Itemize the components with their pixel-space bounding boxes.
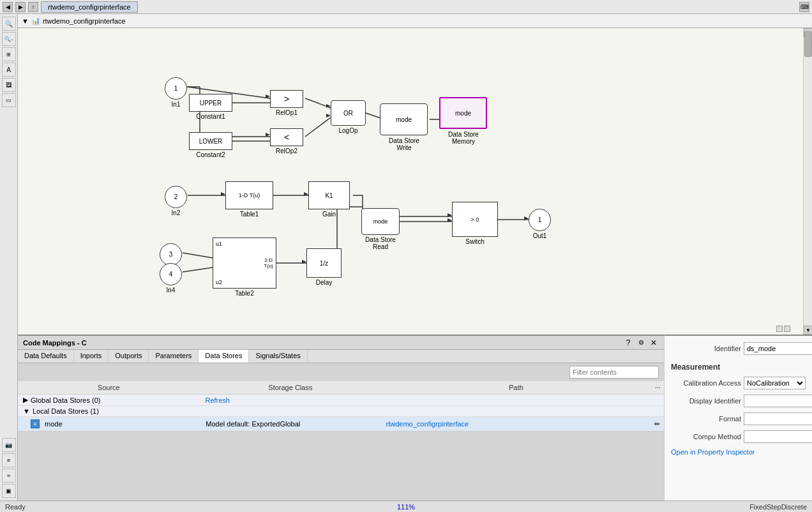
- fit-button[interactable]: ⊞: [2, 47, 16, 61]
- col-source: Source: [18, 382, 200, 393]
- block-constant1[interactable]: UPPER Constant1: [189, 94, 232, 112]
- block-out1[interactable]: 1 Out1: [529, 209, 551, 231]
- group-local: ▼ Local Data Stores (1): [18, 406, 664, 417]
- group-local-label: Local Data Stores (1): [33, 407, 99, 415]
- tab-data-defaults[interactable]: Data Defaults: [18, 350, 74, 363]
- compu-method-input[interactable]: [744, 430, 812, 443]
- svg-line-18: [183, 267, 213, 272]
- cell-source: mode: [42, 418, 203, 430]
- block-relop1[interactable]: > RelOp1: [270, 90, 303, 108]
- filter-bar: [18, 363, 664, 381]
- calibration-access-select[interactable]: NoCalibration ReadOnly ReadWrite: [744, 377, 806, 389]
- edit-icon[interactable]: ✏: [651, 420, 664, 428]
- status-solver: FixedStepDiscrete: [438, 503, 807, 511]
- help-button[interactable]: ?: [623, 338, 633, 348]
- canvas-header: ▼ 📊 rtwdemo_configrpinterface: [18, 14, 812, 28]
- image-button[interactable]: 🖼: [2, 78, 16, 92]
- filter-input[interactable]: [569, 366, 659, 379]
- canvas-header-dropdown[interactable]: ▼: [22, 17, 29, 25]
- table-header: Source Storage Class Path ...: [18, 381, 664, 395]
- tab-data-stores[interactable]: Data Stores: [199, 350, 249, 363]
- cell-storage-class: Model default: ExportedGlobal: [203, 418, 383, 430]
- title-bar: ◀ ▶ ↑ rtwdemo_configrpinterface ⌨: [0, 0, 812, 14]
- title-tab[interactable]: rtwdemo_configrpinterface: [41, 1, 138, 13]
- open-property-inspector-link[interactable]: Open in Property Inspector: [671, 448, 806, 456]
- canvas-header-icon: 📊: [31, 17, 40, 25]
- expand-local-icon[interactable]: ▼: [23, 407, 30, 415]
- block-switch[interactable]: > 0 Switch: [452, 202, 498, 237]
- rect-button[interactable]: ▭: [2, 93, 16, 107]
- block-table2[interactable]: u1 u2 2-DT(u) Table2: [213, 237, 276, 289]
- camera-button[interactable]: 📷: [2, 438, 16, 452]
- svg-marker-30: [524, 216, 529, 220]
- format-input[interactable]: [744, 412, 812, 425]
- svg-marker-23: [266, 133, 270, 137]
- block-relop2[interactable]: < RelOp2: [270, 128, 303, 146]
- group-global: ▶ Global Data Stores (0) Refresh: [18, 395, 664, 406]
- close-button[interactable]: ✕: [649, 338, 659, 348]
- col-storage-class: Storage Class: [200, 382, 382, 393]
- svg-line-17: [183, 253, 213, 258]
- block-datastore-read[interactable]: mode Data StoreRead: [361, 208, 400, 235]
- table-row[interactable]: ≡ mode Model default: ExportedGlobal rtw…: [18, 417, 664, 432]
- compu-method-field: Compu Method: [671, 430, 806, 443]
- tab-parameters[interactable]: Parameters: [149, 350, 199, 363]
- svg-marker-24: [326, 104, 331, 108]
- identifier-label: Identifier: [671, 345, 741, 352]
- svg-marker-33: [302, 260, 306, 264]
- block-datastore-memory[interactable]: mode Data StoreMemory: [439, 97, 487, 129]
- block-in1[interactable]: 1 In1: [165, 77, 187, 100]
- status-bar: Ready 111% FixedStepDiscrete: [0, 501, 812, 512]
- simulink-canvas[interactable]: 1 In1 UPPER Constant1 LOWER Constant2 > …: [18, 28, 803, 335]
- expand-button[interactable]: »: [2, 469, 16, 483]
- block-in4[interactable]: 4 In4: [160, 263, 182, 285]
- block-in3[interactable]: 3 In3: [160, 243, 182, 266]
- canvas-container: ▼ 📊 rtwdemo_configrpinterface: [18, 14, 812, 501]
- block-logop[interactable]: OR LogOp: [331, 100, 366, 126]
- tab-inports[interactable]: Inports: [74, 350, 109, 363]
- keyboard-button[interactable]: ⌨: [799, 2, 809, 12]
- svg-line-6: [305, 98, 331, 108]
- row-icon: ≡: [31, 419, 40, 428]
- left-toolbar: 🔍 🔍- ⊞ A 🖼 ▭ 📷 ≡ » ▣: [0, 14, 18, 501]
- status-zoom: 111%: [374, 503, 438, 511]
- svg-marker-32: [447, 218, 452, 222]
- expand-global-icon[interactable]: ▶: [23, 396, 28, 404]
- subsystem-button[interactable]: ▣: [2, 484, 16, 498]
- identifier-input[interactable]: [744, 342, 812, 355]
- up-button[interactable]: ↑: [28, 2, 38, 12]
- svg-marker-29: [304, 192, 308, 196]
- canvas-scrollbar[interactable]: ▲ ▼: [803, 28, 812, 335]
- block-gain[interactable]: K1 Gain: [308, 181, 350, 209]
- tab-signals-states[interactable]: Signals/States: [249, 350, 307, 363]
- text-button[interactable]: A: [2, 63, 16, 77]
- code-mappings-panel: Code Mappings - C ? ⚙ ✕ Data Defaults In…: [18, 335, 664, 501]
- bottom-section: Code Mappings - C ? ⚙ ✕ Data Defaults In…: [18, 335, 812, 501]
- calibration-access-label: Calibration Access: [671, 379, 741, 387]
- zoom-in-button[interactable]: 🔍: [2, 17, 16, 31]
- list-button[interactable]: ≡: [2, 453, 16, 467]
- group-global-label: Global Data Stores (0): [31, 396, 100, 404]
- refresh-button[interactable]: Refresh: [205, 396, 230, 404]
- code-mappings-tabs: Data Defaults Inports Outports Parameter…: [18, 350, 664, 363]
- block-table1[interactable]: 1-D T(u) Table1: [225, 181, 273, 209]
- property-panel: Identifier Measurement Calibration Acces…: [664, 335, 812, 501]
- identifier-field: Identifier: [671, 342, 806, 355]
- format-field: Format: [671, 412, 806, 425]
- block-in2[interactable]: 2 In2: [165, 186, 187, 208]
- cell-path: rtwdemo_configrpinterface: [384, 418, 651, 430]
- block-constant2[interactable]: LOWER Constant2: [189, 132, 232, 150]
- calibration-access-field: Calibration Access NoCalibration ReadOnl…: [671, 377, 806, 389]
- back-button[interactable]: ◀: [3, 2, 13, 12]
- tab-outports[interactable]: Outports: [109, 350, 149, 363]
- block-delay[interactable]: 1/z Delay: [306, 248, 342, 278]
- block-datastore-write[interactable]: mode Data StoreWrite: [380, 103, 428, 135]
- svg-marker-31: [447, 213, 452, 217]
- display-identifier-input[interactable]: [744, 395, 812, 407]
- forward-button[interactable]: ▶: [15, 2, 26, 12]
- settings-button[interactable]: ⚙: [636, 338, 646, 348]
- code-mappings-icons: ? ⚙ ✕: [623, 338, 659, 348]
- zoom-out-button[interactable]: 🔍-: [2, 32, 16, 46]
- display-identifier-field: Display Identifier: [671, 395, 806, 407]
- svg-line-7: [305, 117, 331, 137]
